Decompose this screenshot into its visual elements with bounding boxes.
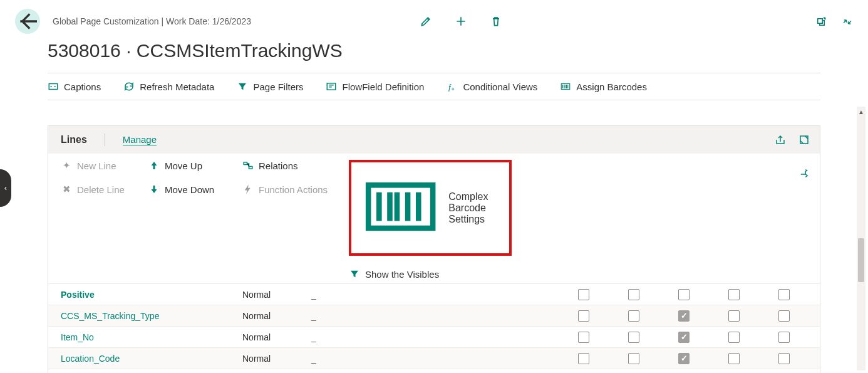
checkbox[interactable] [728,289,740,300]
manage-link[interactable]: Manage [123,134,157,145]
top-bar: Global Page Customization | Work Date: 1… [0,0,868,38]
checkbox[interactable] [728,353,740,364]
checkbox[interactable] [578,289,589,300]
delete-line-button[interactable]: ✖Delete Line [61,184,148,195]
row-field-name[interactable]: Location_Code [61,354,242,364]
page-title: 5308016 · CCSMSItemTrackingWS [0,38,868,73]
svg-rect-0 [49,84,58,90]
refresh-action[interactable]: Refresh Metadata [123,81,214,92]
row-value: _ [311,332,480,342]
separator [105,134,105,146]
table: PositiveNormal_CCS_MS_Tracking_TypeNorma… [48,284,820,373]
conditional-label: Conditional Views [463,81,537,92]
arrow-up-icon [148,160,160,171]
checkbox[interactable] [678,289,690,300]
assign-barcodes-action[interactable]: Assign Barcodes [560,81,647,92]
lightning-icon [242,184,254,195]
checkbox[interactable] [678,310,690,322]
lines-header-icons [775,133,810,147]
page-filters-label: Page Filters [253,81,303,92]
svg-text:o: o [452,86,455,92]
relations-button[interactable]: Relations [242,160,349,171]
captions-label: Captions [64,81,101,92]
checkbox[interactable] [778,289,790,300]
flowfield-label: FlowField Definition [342,81,424,92]
flowfield-icon [326,81,337,92]
checkbox[interactable] [778,353,790,364]
checkbox[interactable] [578,332,589,343]
lines-toolbar: ✦New Line ✖Delete Line Move Up Move Down… [48,154,820,284]
share-icon[interactable] [775,133,786,147]
row-field-name[interactable]: CCS_MS_Tracking_Type [61,311,242,321]
show-visibles-label: Show the Visibles [365,269,439,280]
scroll-thumb[interactable] [858,238,864,282]
page-filters-action[interactable]: Page Filters [237,81,303,92]
checkbox[interactable] [678,332,690,343]
row-value: _ [311,290,480,300]
row-field-name[interactable]: Positive [61,290,242,300]
new-line-button[interactable]: ✦New Line [61,160,148,171]
function-icon: ƒo [447,81,458,92]
barcode-icon [560,81,571,92]
funnel-icon [349,268,360,280]
scroll-up-icon[interactable]: ▲ [857,107,865,117]
back-button[interactable] [15,9,40,34]
captions-icon [48,81,59,92]
delete-line-icon: ✖ [61,184,72,195]
row-value: _ [311,311,480,321]
table-row[interactable]: Location_CodeNormal_ [48,348,820,369]
pin-icon[interactable] [798,169,810,182]
function-actions-button[interactable]: Function Actions [242,184,349,195]
checkbox[interactable] [728,332,740,343]
table-row[interactable]: PositiveNormal_ [48,284,820,305]
complex-barcode-label: Complex Barcode Settings [448,191,503,225]
delete-icon[interactable] [490,14,502,29]
checkbox[interactable] [628,353,639,364]
svg-rect-7 [249,167,252,169]
lines-header: Lines Manage [48,126,820,154]
move-up-button[interactable]: Move Up [148,160,242,171]
checkbox[interactable] [628,289,639,300]
row-type: Normal [242,354,311,364]
side-nav-tab[interactable]: ‹ [0,169,11,207]
checkbox[interactable] [778,310,790,322]
move-down-label: Move Down [165,184,214,195]
popout-icon[interactable] [815,15,827,29]
table-row[interactable]: Item_NoNormal_ [48,327,820,348]
row-checks [578,332,807,343]
complex-barcode-button[interactable]: Complex Barcode Settings [349,160,512,256]
checkbox[interactable] [578,353,589,364]
barcode-settings-icon [358,164,443,252]
collapse-icon[interactable] [842,15,853,29]
breadcrumb: Global Page Customization | Work Date: 1… [53,16,251,26]
table-row[interactable]: CCS_MS_Tracking_TypeNormal_ [48,305,820,327]
vertical-scrollbar[interactable]: ▲ [857,107,865,370]
checkbox[interactable] [678,353,690,364]
checkbox[interactable] [728,310,740,322]
delete-line-label: Delete Line [77,184,125,195]
move-down-button[interactable]: Move Down [148,184,242,195]
conditional-views-action[interactable]: ƒoConditional Views [447,81,537,92]
flowfield-action[interactable]: FlowField Definition [326,81,424,92]
lines-title: Lines [61,134,87,145]
add-icon[interactable] [455,14,467,29]
table-row[interactable]: Serial_NoBarcode_ [48,369,820,373]
svg-text:ƒ: ƒ [448,83,452,92]
checkbox[interactable] [578,310,589,322]
checkbox[interactable] [628,310,639,322]
row-checks [578,310,807,322]
row-field-name[interactable]: Item_No [61,332,242,342]
edit-icon[interactable] [420,14,432,29]
window-actions [815,15,853,29]
show-visibles-button[interactable]: Show the Visibles [349,268,512,280]
new-line-label: New Line [77,160,116,171]
move-up-label: Move Up [165,160,202,171]
row-checks [578,289,807,300]
top-action-icons [420,14,853,29]
checkbox[interactable] [628,332,639,343]
captions-action[interactable]: Captions [48,81,101,92]
actions-bar: Captions Refresh Metadata Page Filters F… [48,73,820,100]
new-line-icon: ✦ [61,160,72,171]
expand-icon[interactable] [798,133,810,147]
checkbox[interactable] [778,332,790,343]
